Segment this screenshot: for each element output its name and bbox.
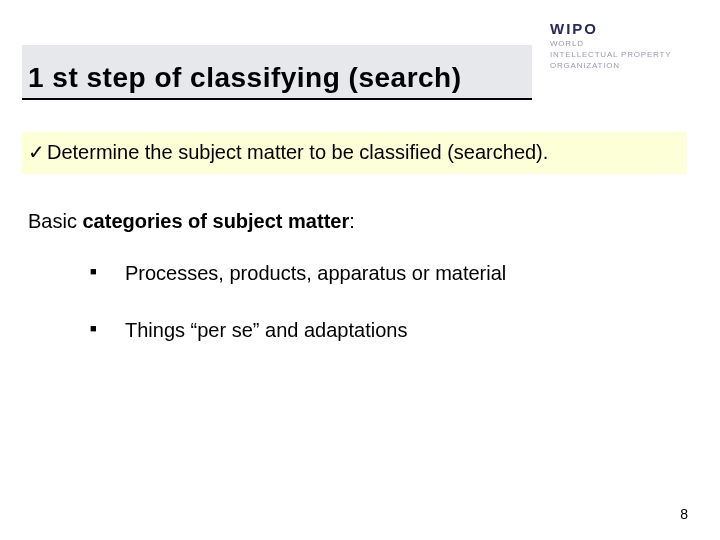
highlight-determine-line: ✓Determine the subject matter to be clas…: [22, 132, 687, 174]
title-bar: 1 st step of classifying (search): [22, 45, 532, 100]
bullet-list: Processes, products, apparatus or materi…: [90, 262, 650, 376]
check-icon: ✓: [28, 140, 45, 164]
list-item: Processes, products, apparatus or materi…: [90, 262, 650, 285]
body-intro: Basic categories of subject matter:: [28, 210, 355, 233]
page-title: 1 st step of classifying (search): [22, 62, 462, 100]
wipo-logo: WIPO WORLD INTELLECTUAL PROPERTY ORGANIZ…: [550, 20, 690, 71]
body-prefix: Basic: [28, 210, 82, 232]
title-underline: [22, 98, 532, 100]
slide: WIPO WORLD INTELLECTUAL PROPERTY ORGANIZ…: [0, 0, 720, 540]
logo-main-text: WIPO: [550, 20, 690, 37]
list-item: Things “per se” and adaptations: [90, 319, 650, 342]
body-bold: categories of subject matter: [82, 210, 349, 232]
logo-sub-line2: INTELLECTUAL PROPERTY: [550, 50, 671, 59]
body-suffix: :: [349, 210, 355, 232]
logo-sub-text: WORLD INTELLECTUAL PROPERTY ORGANIZATION: [550, 39, 690, 71]
logo-sub-line1: WORLD: [550, 39, 584, 48]
logo-sub-line3: ORGANIZATION: [550, 61, 620, 70]
page-number: 8: [680, 506, 688, 522]
highlight-text: Determine the subject matter to be class…: [47, 141, 548, 163]
